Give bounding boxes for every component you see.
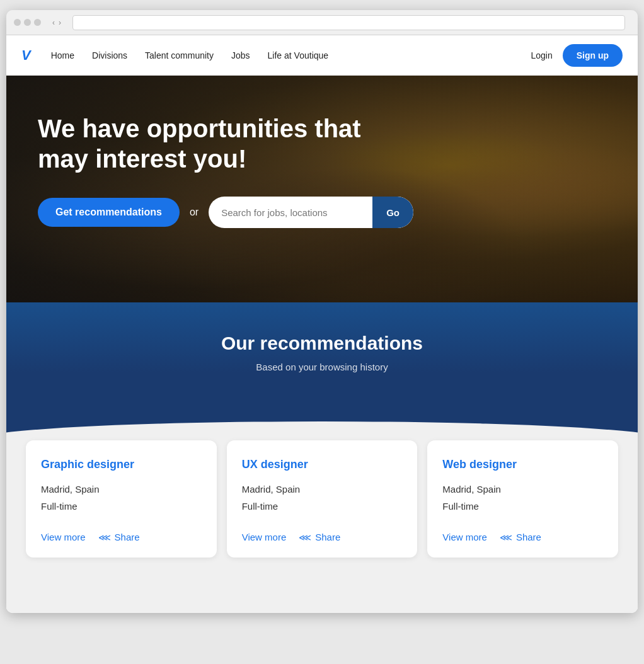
hero-actions: Get recommendations or Go [38,197,606,228]
browser-address-bar[interactable] [72,15,625,30]
hero-title: We have opportunities that may interest … [38,113,384,174]
login-button[interactable]: Login [531,50,552,60]
job-card-actions-2: View more ⋘ Share [442,532,603,542]
nav-links: Home Divisions Talent community Jobs Lif… [51,50,531,60]
job-card-type-0: Full-time [41,501,202,512]
share-button-1[interactable]: ⋘ Share [299,532,340,542]
nav-link-jobs[interactable]: Jobs [231,50,250,60]
view-more-button-0[interactable]: View more [41,532,86,542]
browser-forward-button[interactable]: › [59,18,61,27]
job-card-type-1: Full-time [242,501,403,512]
browser-dots [14,19,41,26]
signup-button[interactable]: Sign up [563,44,623,67]
job-card-type-2: Full-time [442,501,603,512]
job-card-location-0: Madrid, Spain [41,484,202,495]
browser-dot-maximize[interactable] [34,19,41,26]
bottom-area [6,588,638,613]
navbar: V Home Divisions Talent community Jobs L… [6,35,638,76]
browser-window: ‹ › V Home Divisions Talent community Jo… [6,10,638,613]
get-recommendations-button[interactable]: Get recommendations [38,198,180,227]
job-card-title-2: Web designer [442,458,603,471]
share-icon-2: ⋘ [500,532,512,542]
logo[interactable]: V [21,47,31,64]
recommendations-title: Our recommendations [21,333,623,354]
recommendations-subtitle: Based on your browsing history [21,362,623,372]
job-card-web-designer: Web designer Madrid, Spain Full-time Vie… [427,440,618,558]
cards-section: Graphic designer Madrid, Spain Full-time… [6,440,638,588]
share-label-2: Share [516,532,541,542]
search-bar: Go [209,197,413,228]
share-button-0[interactable]: ⋘ Share [98,532,140,542]
hero-section: We have opportunities that may interest … [6,76,638,302]
share-label-1: Share [315,532,340,542]
job-card-location-2: Madrid, Spain [442,484,603,495]
nav-actions: Login Sign up [531,44,623,67]
job-card-actions-0: View more ⋘ Share [41,532,202,542]
job-card-actions-1: View more ⋘ Share [242,532,403,542]
job-card-location-1: Madrid, Spain [242,484,403,495]
browser-dot-minimize[interactable] [24,19,31,26]
view-more-button-2[interactable]: View more [442,532,487,542]
nav-link-life[interactable]: Life at Voutique [268,50,329,60]
share-icon-1: ⋘ [299,532,311,542]
browser-nav: ‹ › [52,18,61,27]
nav-link-talent-community[interactable]: Talent community [145,50,214,60]
share-icon-0: ⋘ [98,532,111,542]
browser-chrome: ‹ › [6,10,638,35]
hero-or-text: or [190,207,198,218]
browser-back-button[interactable]: ‹ [52,18,55,27]
nav-link-divisions[interactable]: Divisions [92,50,127,60]
hero-content: We have opportunities that may interest … [6,76,638,253]
job-card-title-1: UX designer [242,458,403,471]
job-card-ux-designer: UX designer Madrid, Spain Full-time View… [227,440,418,558]
job-card-title-0: Graphic designer [41,458,202,471]
share-label-0: Share [115,532,140,542]
job-card-graphic-designer: Graphic designer Madrid, Spain Full-time… [26,440,217,558]
cards-grid: Graphic designer Madrid, Spain Full-time… [26,440,618,558]
logo-icon: V [21,47,31,64]
nav-link-home[interactable]: Home [51,50,74,60]
search-input[interactable] [209,197,372,228]
view-more-button-1[interactable]: View more [242,532,287,542]
recommendations-section: Our recommendations Based on your browsi… [6,302,638,588]
share-button-2[interactable]: ⋘ Share [500,532,541,542]
site-content: V Home Divisions Talent community Jobs L… [6,35,638,613]
browser-dot-close[interactable] [14,19,21,26]
search-go-button[interactable]: Go [372,197,413,228]
